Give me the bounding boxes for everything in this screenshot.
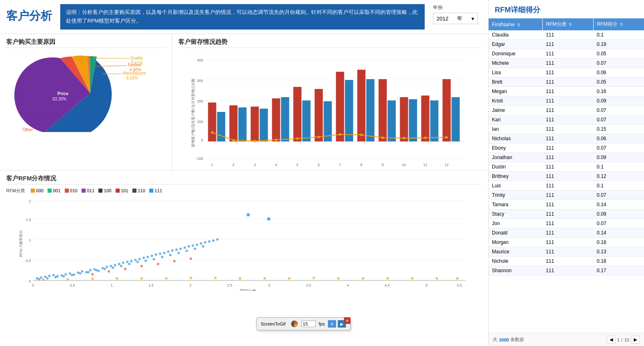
svg-point-157: [38, 278, 41, 280]
svg-text:200: 200: [197, 99, 203, 103]
svg-text:8: 8: [360, 163, 362, 167]
table-row: Jonathan 111 0.09: [489, 153, 644, 162]
pie-section: 客户购买主要原因: [0, 34, 172, 170]
cell-name: Tamara: [489, 200, 543, 209]
gif-title: ScreenToGif: [261, 321, 286, 326]
rfm-footer-right: ◀ 1 / 10 ▶: [607, 336, 640, 344]
table-row: Kari 111 0.07: [489, 115, 644, 125]
svg-point-135: [130, 260, 133, 262]
cell-score: 0.1: [594, 181, 644, 191]
cell-category: 111: [543, 68, 594, 77]
svg-point-132: [118, 263, 121, 265]
svg-text:2: 2: [232, 163, 234, 167]
svg-point-172: [161, 256, 164, 258]
table-row: Jon 111 0.07: [489, 219, 644, 228]
svg-text:10: 10: [402, 134, 405, 137]
svg-point-191: [141, 277, 143, 280]
sort-icon-score[interactable]: ⇅: [620, 22, 623, 27]
cell-name: Nichole: [489, 257, 543, 266]
prev-page-button[interactable]: ◀: [607, 336, 616, 344]
table-row: Tamara 111 0.14: [489, 200, 644, 209]
legend-label-100: 100: [104, 188, 111, 193]
pie-wrapper: Price 63.20% On Promotion 12.71% Other 5…: [6, 51, 166, 133]
cell-name: Morgan: [489, 238, 543, 247]
svg-text:5.5: 5.5: [457, 283, 462, 287]
rfm-table-body: Claudia 111 0.1 Edgar 111 0.19 Dominique…: [489, 30, 644, 275]
year-select[interactable]: 2012 年 ▾: [433, 13, 478, 24]
svg-text:400: 400: [197, 58, 203, 62]
svg-point-143: [163, 252, 166, 254]
svg-point-188: [67, 278, 69, 280]
table-row: Lisa 111 0.06: [489, 68, 644, 77]
table-row: Luis 111 0.1: [489, 181, 644, 191]
cell-name: Edgar: [489, 40, 543, 49]
svg-point-173: [169, 254, 172, 256]
svg-text:2.5: 2.5: [227, 283, 232, 287]
sort-icon-category[interactable]: ⇅: [569, 22, 572, 27]
svg-text:0: 0: [32, 283, 34, 287]
cell-name: Maurice: [489, 247, 543, 257]
svg-point-146: [175, 248, 178, 251]
chevron-down-icon: ▾: [471, 16, 474, 22]
svg-point-142: [159, 253, 162, 255]
cell-score: 0.15: [594, 125, 644, 134]
legend-color-110: [132, 189, 137, 193]
svg-point-189: [91, 278, 94, 280]
scatter-svg: RFM: F频率得分 0 0.5 1 1.5 2: [6, 196, 482, 291]
cell-score: 0.09: [594, 153, 644, 162]
svg-rect-47: [409, 99, 417, 141]
cell-score: 0.14: [594, 228, 644, 238]
svg-rect-43: [366, 79, 375, 141]
cell-category: 111: [543, 30, 594, 40]
col-firstname[interactable]: FirstName ⇅: [489, 18, 543, 30]
svg-text:21: 21: [316, 132, 320, 136]
gif-settings-icon[interactable]: [291, 320, 298, 328]
svg-point-152: [200, 242, 203, 245]
svg-point-170: [145, 260, 147, 262]
legend-item-111: 111: [149, 188, 162, 193]
cell-category: 111: [543, 125, 594, 134]
svg-point-174: [177, 252, 180, 254]
gif-pause-button[interactable]: ⏸: [328, 320, 336, 328]
table-row: Megan 111 0.16: [489, 87, 644, 96]
cell-category: 111: [543, 106, 594, 115]
legend-item-011: 011: [82, 188, 94, 193]
table-row: Maurice 111 0.13: [489, 247, 644, 257]
bar-section-title: 客户留存情况趋势: [178, 38, 482, 48]
svg-point-141: [155, 253, 157, 256]
svg-text:5: 5: [231, 136, 233, 139]
svg-point-169: [137, 261, 139, 263]
cell-score: 0.07: [594, 115, 644, 125]
cell-category: 111: [543, 181, 594, 191]
table-row: Jaime 111 0.07: [489, 106, 644, 115]
total-label: 共: [493, 337, 497, 343]
gif-close-button[interactable]: ✕: [344, 317, 350, 324]
description-box: 说明：分析客户的主要购买原因，以及每个月新增以及流失客户的情况，可以动态调节流失…: [60, 4, 425, 30]
col-score[interactable]: RFM得分 ⇅: [594, 18, 644, 30]
svg-text:5: 5: [426, 283, 428, 287]
svg-point-164: [96, 269, 98, 271]
rfm-table-container[interactable]: FirstName ⇅ RFM分类 ⇅ RFM得分 ⇅: [489, 18, 644, 333]
svg-point-113: [40, 276, 43, 279]
col-category[interactable]: RFM分类 ⇅: [543, 18, 594, 30]
svg-point-134: [126, 261, 129, 263]
legend-color-101: [116, 189, 120, 193]
cell-name: Jon: [489, 219, 543, 228]
svg-text:300: 300: [197, 79, 203, 83]
cell-category: 111: [543, 77, 594, 87]
svg-point-137: [139, 258, 141, 260]
sort-icon-firstname[interactable]: ⇅: [517, 23, 520, 27]
cell-name: Trinity: [489, 191, 543, 200]
table-row: Nichole 111 0.18: [489, 257, 644, 266]
cell-score: 0.07: [594, 59, 644, 68]
svg-rect-34: [272, 98, 280, 141]
svg-point-185: [173, 260, 176, 262]
fps-input[interactable]: [301, 321, 316, 327]
svg-text:0: 0: [29, 279, 31, 283]
svg-point-145: [171, 249, 174, 252]
cell-category: 111: [543, 238, 594, 247]
cell-category: 111: [543, 228, 594, 238]
svg-text:3: 3: [268, 283, 270, 287]
svg-point-115: [48, 275, 51, 277]
next-page-button[interactable]: ▶: [631, 336, 640, 344]
